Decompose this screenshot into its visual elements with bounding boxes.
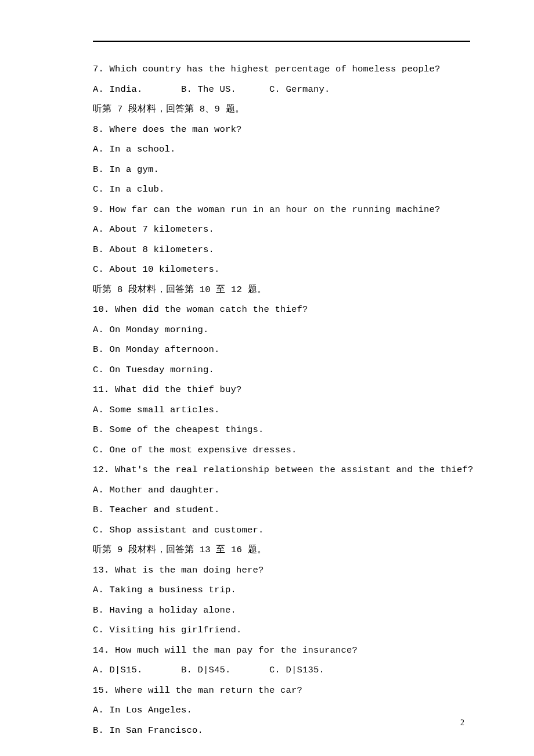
text-line: C. In a club.	[93, 185, 470, 195]
text-line: 13. What is the man doing here?	[93, 566, 470, 575]
text-line: A. Mother and daughter.	[93, 486, 470, 495]
text-line: C. One of the most expensive dresses.	[93, 446, 470, 455]
text-line: B. In a gym.	[93, 165, 470, 175]
text-line: B. Having a holiday alone.	[93, 606, 470, 615]
text-line: A. On Monday morning.	[93, 326, 470, 335]
text-line: 听第 9 段材料，回答第 13 至 16 题。	[93, 546, 470, 555]
text-line: 听第 8 段材料，回答第 10 至 12 题。	[93, 286, 470, 295]
text-line: 14. How much will the man pay for the in…	[93, 646, 470, 656]
text-line: B. In San Francisco.	[93, 726, 470, 736]
text-line: B. On Monday afternoon.	[93, 345, 470, 355]
text-line: C. Visiting his girlfriend.	[93, 626, 470, 635]
text-line: A. In a school.	[93, 145, 470, 154]
text-line: B. About 8 kilometers.	[93, 246, 470, 255]
text-line: A. D|S15. B. D|S45. C. D|S135.	[93, 666, 470, 675]
text-line: C. Shop assistant and customer.	[93, 526, 470, 535]
text-line: A. Taking a business trip.	[93, 586, 470, 595]
text-line: 7. Which country has the highest percent…	[93, 65, 470, 74]
top-divider	[93, 41, 470, 42]
text-line: C. On Tuesday morning.	[93, 366, 470, 375]
text-line: A. Some small articles.	[93, 406, 470, 415]
document-page: 7. Which country has the highest percent…	[0, 0, 534, 756]
text-line: A. In Los Angeles.	[93, 706, 470, 715]
text-line: 10. When did the woman catch the thief?	[93, 305, 470, 315]
text-line: 9. How far can the woman run in an hour …	[93, 206, 470, 215]
text-line: C. About 10 kilometers.	[93, 265, 470, 275]
text-line: 11. What did the thief buy?	[93, 386, 470, 395]
text-line: B. Teacher and student.	[93, 506, 470, 515]
text-line: B. Some of the cheapest things.	[93, 426, 470, 435]
text-line: 听第 7 段材料，回答第 8、9 题。	[93, 105, 470, 114]
text-line: A. India. B. The US. C. Germany.	[93, 85, 470, 95]
text-line: 12. What's the real relationship between…	[93, 466, 470, 475]
text-line: 15. Where will the man return the car?	[93, 686, 470, 696]
text-line: A. About 7 kilometers.	[93, 225, 470, 235]
page-number: 2	[460, 719, 464, 727]
text-line: 8. Where does the man work?	[93, 125, 470, 135]
